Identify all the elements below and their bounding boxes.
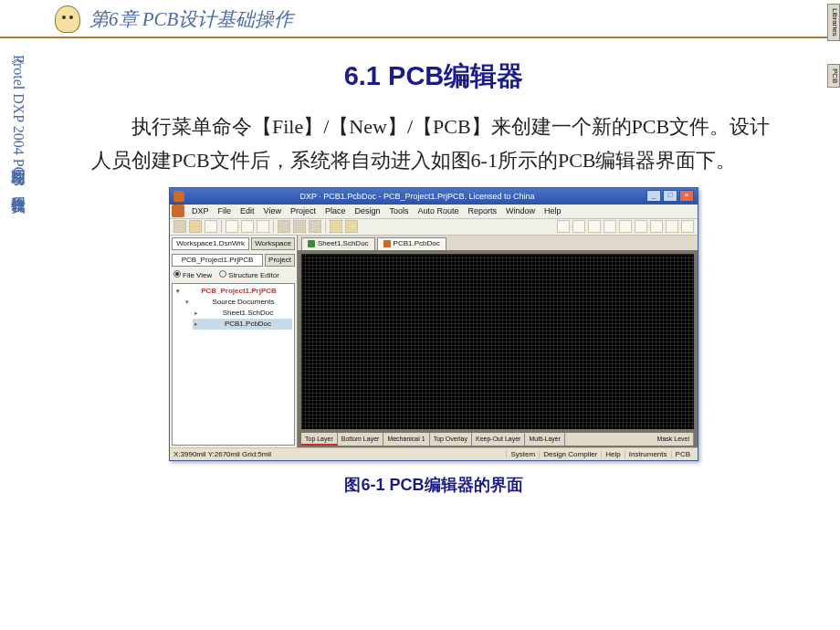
status-help[interactable]: Help [601,450,624,458]
window-titlebar: DXP · PCB1.PcbDoc - PCB_Project1.PrjPCB.… [170,188,698,205]
toolbar [170,219,698,236]
mascot-icon [55,5,80,33]
tool-place-component-icon[interactable] [666,220,678,233]
project-button[interactable]: Project [265,254,295,267]
radio-structure-editor[interactable]: Structure Editor [219,270,279,279]
layer-mech1[interactable]: Mechanical 1 [383,433,429,446]
figure-caption: 图6-1 PCB编辑器的界面 [91,474,776,496]
document-tabs: Sheet1.SchDoc PCB1.PcbDoc [298,236,698,250]
main-area: Workspace1.DsnWrk Workspace PCB_Project1… [170,236,698,447]
mask-level[interactable]: Mask Level [654,433,694,446]
tool-cut-icon[interactable] [278,220,290,233]
tool-place-via-icon[interactable] [588,220,601,233]
status-pcb[interactable]: PCB [671,450,694,458]
pcb-grid [301,254,694,429]
schematic-icon [308,240,315,247]
status-instruments[interactable]: Instruments [625,450,671,458]
workspace-button[interactable]: Workspace [251,237,295,250]
section-title: 6.1 PCB编辑器 [91,58,776,95]
tool-place-pad-icon[interactable] [572,220,585,233]
menu-place[interactable]: Place [321,206,350,215]
window-title: DXP · PCB1.PcbDoc - PCB_Project1.PrjPCB.… [188,192,646,201]
tree-sheet1: Sheet1.SchDoc [193,308,292,319]
tool-redo-icon[interactable] [345,220,358,233]
menu-design[interactable]: Design [351,206,383,215]
status-system[interactable]: System [506,450,539,458]
statusbar: X:3990mil Y:2670mil Grid:5mil System Des… [170,447,698,460]
menu-edit[interactable]: Edit [236,206,258,215]
projects-panel: Workspace1.DsnWrk Workspace PCB_Project1… [170,236,298,447]
chapter-title: 第6章 PCB设计基础操作 [89,6,293,32]
menu-tools[interactable]: Tools [385,206,412,215]
main-content: 6.1 PCB编辑器 执行菜单命令【File】/【New】/【PCB】来创建一个… [0,38,840,496]
layer-top-overlay[interactable]: Top Overlay [430,433,472,446]
menu-view[interactable]: View [260,206,285,215]
tool-save-icon[interactable] [205,220,217,233]
tool-place-dimension-icon[interactable] [681,220,694,233]
window-controls: _ □ × [646,190,694,202]
app-icon [173,191,184,202]
layer-multi[interactable]: Multi-Layer [525,433,565,446]
menu-help[interactable]: Help [541,206,565,215]
maximize-button[interactable]: □ [663,190,677,202]
figure-6-1: DXP · PCB1.PcbDoc - PCB_Project1.PrjPCB.… [91,187,776,496]
tab-pcb1[interactable]: PCB1.PcbDoc [377,237,446,250]
menu-window[interactable]: Window [502,206,539,215]
close-button[interactable]: × [679,190,694,202]
dxp-icon[interactable] [172,205,184,217]
toolbar-separator [273,220,274,233]
tool-place-string-icon[interactable] [650,220,663,233]
menubar: DXP File Edit View Project Place Design … [170,205,698,219]
radio-file-view[interactable]: File View [173,270,212,279]
workspace-field[interactable]: Workspace1.DsnWrk [172,237,249,250]
menu-reports[interactable]: Reports [465,206,501,215]
menu-dxp[interactable]: DXP [188,206,213,215]
layer-keepout[interactable]: Keep-Out Layer [472,433,525,446]
tool-place-track-icon[interactable] [557,220,570,233]
menu-file[interactable]: File [215,206,236,215]
book-title-vertical: 《Protel DXP 2004 原理图与PCB设计实用教程 [7,55,27,584]
menu-project[interactable]: Project [287,206,320,215]
tree-project-root: PCB_Project1.PrjPCB [174,286,292,297]
status-design-compiler[interactable]: Design Compiler [539,450,601,458]
minimize-button[interactable]: _ [646,190,661,202]
layer-tabs: Top Layer Bottom Layer Mechanical 1 Top … [301,433,694,446]
layer-top[interactable]: Top Layer [301,433,338,446]
pcb-icon [383,240,391,247]
toolbar-separator [325,220,326,233]
tool-paste-icon[interactable] [309,220,321,233]
status-coordinates: X:3990mil Y:2670mil Grid:5mil [173,450,271,458]
tool-new-icon[interactable] [173,220,186,233]
tool-copy-icon[interactable] [293,220,306,233]
editor-area: Sheet1.SchDoc PCB1.PcbDoc Top Layer Bott… [298,236,698,447]
tool-place-fill-icon[interactable] [619,220,632,233]
menu-autoroute[interactable]: Auto Route [414,206,462,215]
app-window: DXP · PCB1.PcbDoc - PCB_Project1.PrjPCB.… [169,187,698,461]
tab-sheet1[interactable]: Sheet1.SchDoc [301,237,375,250]
layer-bottom[interactable]: Bottom Layer [338,433,384,446]
tool-undo-icon[interactable] [330,220,342,233]
tool-zoom-icon[interactable] [241,220,254,233]
tree-source-documents: Source Documents [184,297,292,308]
pcb-canvas[interactable] [301,254,694,429]
tool-open-icon[interactable] [189,220,202,233]
toolbar-separator [221,220,222,233]
project-tree[interactable]: PCB_Project1.PrjPCB Source Documents She… [172,283,295,446]
chapter-header: 第6章 PCB设计基础操作 [0,0,840,38]
project-field[interactable]: PCB_Project1.PrjPCB [172,254,263,267]
tree-pcb1: PCB1.PcbDoc [193,319,292,330]
tool-place-poly-icon[interactable] [635,220,647,233]
section-paragraph: 执行菜单命令【File】/【New】/【PCB】来创建一个新的PCB文件。设计人… [91,110,776,178]
tool-fit-icon[interactable] [257,220,269,233]
tool-place-arc-icon[interactable] [604,220,616,233]
tool-print-icon[interactable] [226,220,238,233]
